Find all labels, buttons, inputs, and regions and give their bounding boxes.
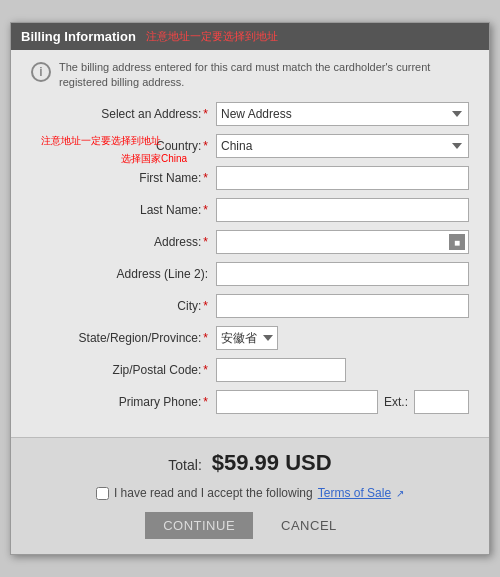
total-row: Total: $59.99 USD bbox=[31, 450, 469, 476]
address2-label: Address (Line 2): bbox=[31, 267, 216, 281]
state-controls: 安徽省 bbox=[216, 326, 278, 350]
last-name-input[interactable] bbox=[216, 198, 469, 222]
address-input[interactable] bbox=[216, 230, 469, 254]
select-address-dropdown[interactable]: New Address bbox=[216, 102, 469, 126]
city-label: City:* bbox=[31, 299, 216, 313]
china-annotation: 选择国家China bbox=[121, 152, 187, 166]
first-name-label: First Name:* bbox=[31, 171, 216, 185]
select-address-row: Select an Address:* New Address bbox=[31, 102, 469, 126]
phone-input[interactable] bbox=[216, 390, 378, 414]
info-icon: i bbox=[31, 62, 51, 82]
button-row: CONTINUE CANCEL bbox=[31, 512, 469, 539]
last-name-label: Last Name:* bbox=[31, 203, 216, 217]
state-row: State/Region/Province:* 安徽省 bbox=[31, 326, 469, 350]
address-label: Address:* bbox=[31, 235, 216, 249]
zip-label: Zip/Postal Code:* bbox=[31, 363, 216, 377]
phone-row: Primary Phone:* Ext.: bbox=[31, 390, 469, 414]
phone-controls: Ext.: bbox=[216, 390, 469, 414]
info-box: i The billing address entered for this c… bbox=[31, 60, 469, 91]
terms-row: I have read and I accept the following T… bbox=[31, 486, 469, 500]
address-lookup-icon[interactable]: ■ bbox=[449, 234, 465, 250]
city-row: City:* bbox=[31, 294, 469, 318]
state-label: State/Region/Province:* bbox=[31, 331, 216, 345]
select-address-label: Select an Address:* bbox=[31, 107, 216, 121]
zip-input[interactable] bbox=[216, 358, 346, 382]
dialog-title: Billing Information bbox=[21, 29, 136, 44]
address2-input[interactable] bbox=[216, 262, 469, 286]
continue-button[interactable]: CONTINUE bbox=[145, 512, 253, 539]
cancel-button[interactable]: CANCEL bbox=[263, 512, 355, 539]
total-label: Total: bbox=[168, 457, 201, 473]
state-dropdown[interactable]: 安徽省 bbox=[216, 326, 278, 350]
last-name-row: Last Name:* bbox=[31, 198, 469, 222]
country-annotation: 注意地址一定要选择到地址 bbox=[41, 134, 161, 148]
phone-label: Primary Phone:* bbox=[31, 395, 216, 409]
country-row: 注意地址一定要选择到地址 Country:* China bbox=[31, 134, 469, 158]
billing-dialog: Billing Information 注意地址一定要选择到地址 i The b… bbox=[10, 22, 490, 556]
info-text: The billing address entered for this car… bbox=[59, 60, 469, 91]
first-name-row: First Name:* bbox=[31, 166, 469, 190]
terms-checkbox[interactable] bbox=[96, 487, 109, 500]
total-amount: $59.99 USD bbox=[212, 450, 332, 476]
header-annotation: 注意地址一定要选择到地址 bbox=[146, 29, 278, 44]
dialog-body: i The billing address entered for this c… bbox=[11, 50, 489, 438]
country-dropdown[interactable]: China bbox=[216, 134, 469, 158]
address-row: Address:* ■ bbox=[31, 230, 469, 254]
dialog-footer: Total: $59.99 USD I have read and I acce… bbox=[11, 437, 489, 554]
ext-input[interactable] bbox=[414, 390, 469, 414]
city-input[interactable] bbox=[216, 294, 469, 318]
dialog-header: Billing Information 注意地址一定要选择到地址 bbox=[11, 23, 489, 50]
terms-link[interactable]: Terms of Sale bbox=[318, 486, 391, 500]
terms-prefix: I have read and I accept the following bbox=[114, 486, 313, 500]
zip-row: Zip/Postal Code:* bbox=[31, 358, 469, 382]
first-name-input[interactable] bbox=[216, 166, 469, 190]
external-link-icon: ↗ bbox=[396, 488, 404, 499]
address-input-wrapper: ■ bbox=[216, 230, 469, 254]
address2-row: Address (Line 2): bbox=[31, 262, 469, 286]
ext-label: Ext.: bbox=[384, 395, 408, 409]
